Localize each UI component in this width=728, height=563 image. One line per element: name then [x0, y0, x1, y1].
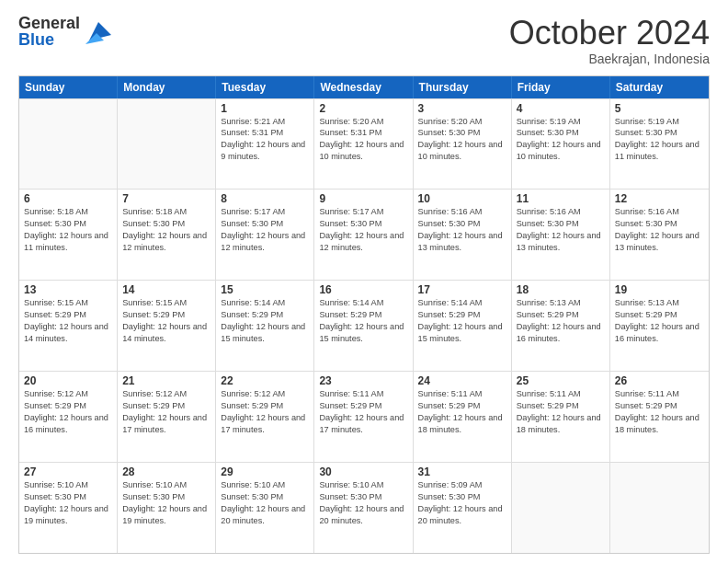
calendar-cell: 6Sunrise: 5:18 AMSunset: 5:30 PMDaylight…: [19, 190, 118, 280]
calendar-row: 1Sunrise: 5:21 AMSunset: 5:31 PMDaylight…: [19, 98, 709, 190]
day-number: 4: [517, 102, 605, 115]
calendar-cell: 25Sunrise: 5:11 AMSunset: 5:29 PMDayligh…: [512, 372, 610, 462]
day-number: 9: [319, 192, 407, 205]
sun-info: Sunrise: 5:16 AMSunset: 5:30 PMDaylight:…: [418, 206, 506, 254]
day-number: 10: [418, 192, 506, 205]
day-number: 22: [221, 374, 309, 387]
header-day: Wednesday: [314, 76, 413, 98]
calendar-row: 13Sunrise: 5:15 AMSunset: 5:29 PMDayligh…: [19, 280, 709, 371]
calendar-cell: 20Sunrise: 5:12 AMSunset: 5:29 PMDayligh…: [19, 372, 118, 462]
header: General Blue October 2024 Baekrajan, Ind…: [18, 15, 710, 66]
calendar-cell: 16Sunrise: 5:14 AMSunset: 5:29 PMDayligh…: [314, 281, 413, 371]
sun-info: Sunrise: 5:10 AMSunset: 5:30 PMDaylight:…: [24, 479, 112, 527]
sun-info: Sunrise: 5:12 AMSunset: 5:29 PMDaylight:…: [221, 388, 309, 436]
day-number: 30: [319, 465, 407, 478]
month-title: October 2024: [509, 15, 710, 52]
day-number: 24: [418, 374, 506, 387]
sun-info: Sunrise: 5:13 AMSunset: 5:29 PMDaylight:…: [517, 297, 605, 345]
day-number: 16: [319, 283, 407, 296]
day-number: 28: [122, 465, 210, 478]
calendar-cell: 23Sunrise: 5:11 AMSunset: 5:29 PMDayligh…: [314, 372, 413, 462]
sun-info: Sunrise: 5:11 AMSunset: 5:29 PMDaylight:…: [615, 388, 704, 436]
sun-info: Sunrise: 5:14 AMSunset: 5:29 PMDaylight:…: [418, 297, 506, 345]
sun-info: Sunrise: 5:11 AMSunset: 5:29 PMDaylight:…: [418, 388, 506, 436]
day-number: 3: [418, 102, 506, 115]
day-number: 15: [221, 283, 309, 296]
calendar-cell: 26Sunrise: 5:11 AMSunset: 5:29 PMDayligh…: [610, 372, 709, 462]
sun-info: Sunrise: 5:17 AMSunset: 5:30 PMDaylight:…: [319, 206, 407, 254]
calendar-cell: [610, 463, 709, 553]
calendar-cell: 17Sunrise: 5:14 AMSunset: 5:29 PMDayligh…: [414, 281, 512, 371]
logo-general: General: [18, 15, 80, 31]
header-day: Tuesday: [216, 76, 314, 98]
calendar-row: 6Sunrise: 5:18 AMSunset: 5:30 PMDaylight…: [19, 189, 709, 280]
calendar-cell: [118, 99, 216, 190]
day-number: 21: [122, 374, 210, 387]
location: Baekrajan, Indonesia: [509, 52, 710, 66]
sun-info: Sunrise: 5:11 AMSunset: 5:29 PMDaylight:…: [319, 388, 407, 436]
calendar-cell: 29Sunrise: 5:10 AMSunset: 5:30 PMDayligh…: [216, 463, 314, 553]
calendar-cell: 9Sunrise: 5:17 AMSunset: 5:30 PMDaylight…: [314, 190, 413, 280]
logo-blue: Blue: [18, 31, 80, 48]
calendar-cell: 24Sunrise: 5:11 AMSunset: 5:29 PMDayligh…: [414, 372, 512, 462]
calendar-cell: 5Sunrise: 5:19 AMSunset: 5:30 PMDaylight…: [610, 99, 709, 190]
header-day: Monday: [118, 76, 216, 98]
sun-info: Sunrise: 5:12 AMSunset: 5:29 PMDaylight:…: [24, 388, 112, 436]
sun-info: Sunrise: 5:19 AMSunset: 5:30 PMDaylight:…: [615, 116, 704, 164]
calendar-cell: 12Sunrise: 5:16 AMSunset: 5:30 PMDayligh…: [610, 190, 709, 280]
calendar-row: 27Sunrise: 5:10 AMSunset: 5:30 PMDayligh…: [19, 462, 709, 553]
sun-info: Sunrise: 5:15 AMSunset: 5:29 PMDaylight:…: [122, 297, 210, 345]
calendar-header: SundayMondayTuesdayWednesdayThursdayFrid…: [19, 76, 709, 98]
calendar-cell: 4Sunrise: 5:19 AMSunset: 5:30 PMDaylight…: [512, 99, 610, 190]
calendar-cell: [512, 463, 610, 553]
sun-info: Sunrise: 5:10 AMSunset: 5:30 PMDaylight:…: [122, 479, 210, 527]
calendar-cell: 22Sunrise: 5:12 AMSunset: 5:29 PMDayligh…: [216, 372, 314, 462]
day-number: 19: [615, 283, 704, 296]
calendar-cell: 28Sunrise: 5:10 AMSunset: 5:30 PMDayligh…: [118, 463, 216, 553]
sun-info: Sunrise: 5:10 AMSunset: 5:30 PMDaylight:…: [221, 479, 309, 527]
sun-info: Sunrise: 5:15 AMSunset: 5:29 PMDaylight:…: [24, 297, 112, 345]
calendar-cell: 2Sunrise: 5:20 AMSunset: 5:31 PMDaylight…: [314, 99, 413, 190]
calendar-cell: 31Sunrise: 5:09 AMSunset: 5:30 PMDayligh…: [414, 463, 512, 553]
day-number: 5: [615, 102, 704, 115]
sun-info: Sunrise: 5:20 AMSunset: 5:31 PMDaylight:…: [319, 116, 407, 164]
calendar: SundayMondayTuesdayWednesdayThursdayFrid…: [18, 75, 710, 554]
sun-info: Sunrise: 5:17 AMSunset: 5:30 PMDaylight:…: [221, 206, 309, 254]
day-number: 29: [221, 465, 309, 478]
day-number: 25: [517, 374, 605, 387]
sun-info: Sunrise: 5:18 AMSunset: 5:30 PMDaylight:…: [24, 206, 112, 254]
calendar-cell: 18Sunrise: 5:13 AMSunset: 5:29 PMDayligh…: [512, 281, 610, 371]
calendar-cell: 1Sunrise: 5:21 AMSunset: 5:31 PMDaylight…: [216, 99, 314, 190]
sun-info: Sunrise: 5:09 AMSunset: 5:30 PMDaylight:…: [418, 479, 506, 527]
sun-info: Sunrise: 5:18 AMSunset: 5:30 PMDaylight:…: [122, 206, 210, 254]
calendar-cell: 14Sunrise: 5:15 AMSunset: 5:29 PMDayligh…: [118, 281, 216, 371]
day-number: 12: [615, 192, 704, 205]
title-block: October 2024 Baekrajan, Indonesia: [509, 15, 710, 66]
calendar-cell: [19, 99, 118, 190]
calendar-cell: 30Sunrise: 5:10 AMSunset: 5:30 PMDayligh…: [314, 463, 413, 553]
header-day: Saturday: [610, 76, 709, 98]
day-number: 27: [24, 465, 112, 478]
day-number: 2: [319, 102, 407, 115]
sun-info: Sunrise: 5:19 AMSunset: 5:30 PMDaylight:…: [517, 116, 605, 164]
header-day: Sunday: [19, 76, 118, 98]
day-number: 31: [418, 465, 506, 478]
calendar-cell: 13Sunrise: 5:15 AMSunset: 5:29 PMDayligh…: [19, 281, 118, 371]
header-day: Thursday: [414, 76, 512, 98]
calendar-cell: 3Sunrise: 5:20 AMSunset: 5:30 PMDaylight…: [414, 99, 512, 190]
sun-info: Sunrise: 5:10 AMSunset: 5:30 PMDaylight:…: [319, 479, 407, 527]
calendar-cell: 11Sunrise: 5:16 AMSunset: 5:30 PMDayligh…: [512, 190, 610, 280]
sun-info: Sunrise: 5:14 AMSunset: 5:29 PMDaylight:…: [221, 297, 309, 345]
sun-info: Sunrise: 5:11 AMSunset: 5:29 PMDaylight:…: [517, 388, 605, 436]
calendar-body: 1Sunrise: 5:21 AMSunset: 5:31 PMDaylight…: [19, 98, 709, 553]
calendar-page: General Blue October 2024 Baekrajan, Ind…: [0, 0, 728, 563]
day-number: 20: [24, 374, 112, 387]
sun-info: Sunrise: 5:16 AMSunset: 5:30 PMDaylight:…: [615, 206, 704, 254]
day-number: 17: [418, 283, 506, 296]
day-number: 18: [517, 283, 605, 296]
logo-icon: [85, 18, 111, 44]
day-number: 14: [122, 283, 210, 296]
day-number: 26: [615, 374, 704, 387]
day-number: 8: [221, 192, 309, 205]
sun-info: Sunrise: 5:13 AMSunset: 5:29 PMDaylight:…: [615, 297, 704, 345]
